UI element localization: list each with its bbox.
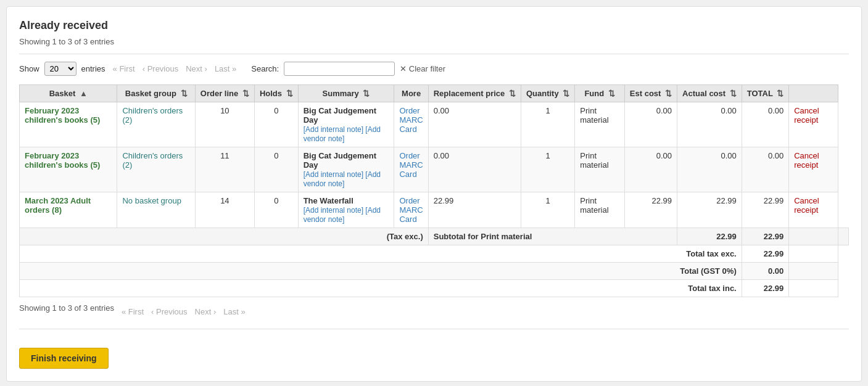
marc-link[interactable]: MARC bbox=[399, 160, 423, 170]
cell-order-line: 11 bbox=[195, 147, 254, 192]
cancel-receipt-link[interactable]: Cancel receipt bbox=[794, 196, 819, 215]
last-link-top[interactable]: Last » bbox=[212, 63, 239, 75]
col-basket-group[interactable]: Basket group ⇅ bbox=[117, 85, 195, 102]
total-inc-value: 22.99 bbox=[742, 280, 789, 297]
subtotal-blank bbox=[789, 228, 838, 245]
col-est-cost[interactable]: Est cost ⇅ bbox=[624, 85, 677, 102]
replacement-sort-icon: ⇅ bbox=[509, 89, 516, 98]
previous-link-bottom[interactable]: ‹ Previous bbox=[149, 306, 190, 318]
quantity-sort-icon: ⇅ bbox=[563, 89, 569, 98]
cell-basket: February 2023 children's books (5) bbox=[20, 102, 117, 147]
summary-links[interactable]: [Add internal note] [Add vendor note] bbox=[304, 170, 381, 188]
page-container: Already received Showing 1 to 3 of 3 ent… bbox=[6, 6, 862, 382]
cell-basket: March 2023 Adult orders (8) bbox=[20, 192, 117, 228]
subtotal-est-cost: 22.99 bbox=[677, 228, 742, 245]
subtotal-row: (Tax exc.) Subtotal for Print material 2… bbox=[20, 228, 849, 245]
col-summary[interactable]: Summary ⇅ bbox=[298, 85, 394, 102]
col-more: More bbox=[394, 85, 428, 102]
basket-group-link[interactable]: Children's orders (2) bbox=[122, 106, 183, 125]
cell-total: 0.00 bbox=[742, 102, 789, 147]
basket-group-sort-icon: ⇅ bbox=[181, 89, 188, 98]
cell-basket-group: Children's orders (2) bbox=[117, 147, 195, 192]
col-fund[interactable]: Fund ⇅ bbox=[575, 85, 625, 102]
first-link-top[interactable]: « First bbox=[110, 63, 138, 75]
search-label: Search: bbox=[251, 64, 279, 73]
cell-order-line: 10 bbox=[195, 102, 254, 147]
cell-quantity: 1 bbox=[521, 102, 574, 147]
first-link-bottom[interactable]: « First bbox=[119, 306, 146, 318]
total-inc-row: Total tax inc. 22.99 bbox=[20, 280, 849, 297]
cell-summary: Big Cat Judgement Day [Add internal note… bbox=[298, 102, 394, 147]
subtotal-tax-label: (Tax exc.) bbox=[20, 228, 429, 245]
summary-sort-icon: ⇅ bbox=[363, 89, 370, 98]
order-link[interactable]: Order bbox=[399, 151, 420, 160]
card-link[interactable]: Card bbox=[399, 170, 416, 179]
showing-top: Showing 1 to 3 of 3 entries bbox=[19, 37, 849, 46]
cell-replacement-price: 0.00 bbox=[428, 147, 521, 192]
previous-link-top[interactable]: ‹ Previous bbox=[140, 63, 181, 75]
subtotal-actual-cost: 22.99 bbox=[742, 228, 789, 245]
cell-replacement-price: 22.99 bbox=[428, 192, 521, 228]
cell-action: Cancel receipt bbox=[789, 102, 838, 147]
marc-link[interactable]: MARC bbox=[399, 115, 423, 125]
next-link-top[interactable]: Next › bbox=[183, 63, 210, 75]
summary-links[interactable]: [Add internal note] [Add vendor note] bbox=[304, 125, 381, 143]
cell-holds: 0 bbox=[254, 192, 298, 228]
total-exc-row: Total tax exc. 22.99 bbox=[20, 245, 849, 263]
next-link-bottom[interactable]: Next › bbox=[192, 306, 219, 318]
table-row: March 2023 Adult orders (8) No basket gr… bbox=[20, 192, 849, 228]
col-action bbox=[789, 85, 838, 102]
holds-sort-icon: ⇅ bbox=[286, 89, 293, 98]
cancel-receipt-link[interactable]: Cancel receipt bbox=[794, 151, 819, 170]
cell-summary: The Waterfall [Add internal note] [Add v… bbox=[298, 192, 394, 228]
cell-more: Order MARC Card bbox=[394, 147, 428, 192]
cell-actual-cost: 0.00 bbox=[677, 102, 742, 147]
basket-link[interactable]: February 2023 children's books (5) bbox=[25, 106, 100, 125]
cell-more: Order MARC Card bbox=[394, 192, 428, 228]
last-link-bottom[interactable]: Last » bbox=[221, 306, 247, 318]
summary-title: The Waterfall bbox=[304, 196, 353, 205]
receipts-table: Basket ▲ Basket group ⇅ Order line ⇅ Hol… bbox=[19, 84, 849, 297]
cell-basket: February 2023 children's books (5) bbox=[20, 147, 117, 192]
nav-links-bottom: « First ‹ Previous Next › Last » bbox=[119, 306, 248, 318]
summary-links[interactable]: [Add internal note] [Add vendor note] bbox=[304, 206, 381, 224]
basket-group-link[interactable]: No basket group bbox=[122, 196, 181, 205]
col-basket[interactable]: Basket ▲ bbox=[20, 85, 117, 102]
show-select[interactable]: 10 20 50 100 bbox=[44, 62, 76, 76]
col-order-line[interactable]: Order line ⇅ bbox=[195, 85, 254, 102]
basket-link[interactable]: February 2023 children's books (5) bbox=[25, 151, 100, 170]
basket-link[interactable]: March 2023 Adult orders (8) bbox=[25, 196, 91, 215]
cell-order-line: 14 bbox=[195, 192, 254, 228]
basket-group-link[interactable]: Children's orders (2) bbox=[122, 151, 183, 170]
basket-sort-icon: ▲ bbox=[80, 89, 88, 98]
clear-filter-button[interactable]: ✕ Clear filter bbox=[400, 64, 445, 73]
cell-basket-group: No basket group bbox=[117, 192, 195, 228]
est-cost-sort-icon: ⇅ bbox=[665, 89, 672, 98]
subtotal-for-label: Subtotal for Print material bbox=[428, 228, 677, 245]
marc-link[interactable]: MARC bbox=[399, 205, 423, 215]
summary-title: Big Cat Judgement Day bbox=[304, 106, 376, 125]
cell-fund: Print material bbox=[575, 147, 625, 192]
col-holds[interactable]: Holds ⇅ bbox=[254, 85, 298, 102]
col-total[interactable]: TOTAL ⇅ bbox=[742, 85, 789, 102]
card-link[interactable]: Card bbox=[399, 125, 416, 134]
cell-est-cost: 22.99 bbox=[624, 192, 677, 228]
finish-receiving-button[interactable]: Finish receiving bbox=[19, 348, 109, 369]
order-link[interactable]: Order bbox=[399, 196, 420, 205]
cell-est-cost: 0.00 bbox=[624, 147, 677, 192]
cell-more: Order MARC Card bbox=[394, 102, 428, 147]
col-quantity[interactable]: Quantity ⇅ bbox=[521, 85, 574, 102]
order-link[interactable]: Order bbox=[399, 106, 420, 115]
page-title: Already received bbox=[19, 19, 849, 32]
cell-quantity: 1 bbox=[521, 192, 574, 228]
fund-sort-icon: ⇅ bbox=[608, 89, 615, 98]
entries-label: entries bbox=[81, 64, 105, 73]
card-link[interactable]: Card bbox=[399, 215, 416, 224]
search-input[interactable] bbox=[284, 62, 395, 76]
table-row: February 2023 children's books (5) Child… bbox=[20, 147, 849, 192]
table-row: February 2023 children's books (5) Child… bbox=[20, 102, 849, 147]
cancel-receipt-link[interactable]: Cancel receipt bbox=[794, 106, 819, 125]
col-replacement-price[interactable]: Replacement price ⇅ bbox=[428, 85, 521, 102]
col-actual-cost[interactable]: Actual cost ⇅ bbox=[677, 85, 742, 102]
total-exc-value: 22.99 bbox=[742, 245, 789, 263]
